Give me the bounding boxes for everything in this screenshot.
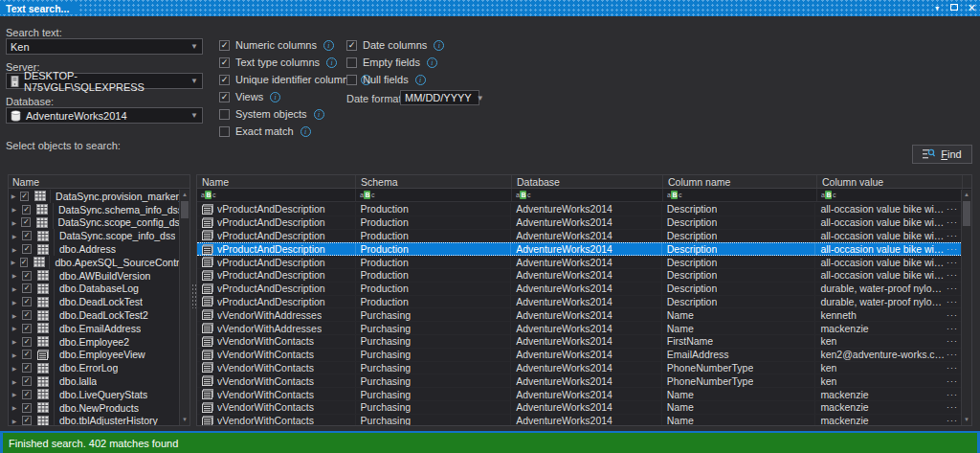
ellipsis-button[interactable]: ··· [947,392,961,397]
ellipsis-button[interactable]: ··· [947,404,961,410]
checkbox-null-fields[interactable]: Null fieldsi [346,74,444,85]
result-row[interactable]: vProductAndDescriptionProductionAdventur… [197,256,961,269]
checkbox-date-columns[interactable]: ✓Date columnsi [346,39,444,51]
result-row[interactable]: vVendorWithContactsPurchasingAdventureWo… [197,415,961,425]
info-icon[interactable]: i [323,40,334,51]
filter-abc-icon[interactable]: aBc [201,191,215,199]
tree-scrollbar[interactable]: ▲ ▼ [179,190,189,425]
checkbox-box[interactable]: ✓ [22,337,32,347]
checkbox-exact-match[interactable]: Exact matchi [219,125,371,137]
tree-item[interactable]: ▶✓dbo.ErrorLog [9,361,179,374]
chevron-down-icon[interactable]: ▼ [477,94,484,102]
checkbox-box[interactable]: ✓ [22,324,32,333]
tree-item[interactable]: ▶✓dbo.AWBuildVersion [9,269,179,283]
ellipsis-button[interactable]: ··· [947,326,961,331]
server-combo[interactable]: DESKTOP-N75VGLF\SQLEXPRESS ▼ [6,73,203,89]
info-icon[interactable]: i [314,109,324,120]
ellipsis-button[interactable]: ··· [947,233,961,238]
database-combo[interactable]: AdventureWorks2014 ▼ [6,107,203,124]
tree-item[interactable]: ▶✓dbo.DatabaseLog [9,283,179,296]
checkbox-empty-fields[interactable]: Empty fieldsi [346,57,444,68]
tree-item[interactable]: ▶✓dbo.Address [9,242,179,256]
chevron-down-icon[interactable]: ▼ [190,77,198,85]
result-row[interactable]: vVendorWithContactsPurchasingAdventureWo… [197,374,961,388]
checkbox-box[interactable]: ✓ [22,403,32,413]
grid-scrollbar[interactable]: ▲ ▼ [961,190,971,425]
expand-arrow-icon[interactable]: ▶ [9,272,20,279]
checkbox-box[interactable]: ✓ [22,205,32,215]
tree-item[interactable]: ▶✓DataSync.provision_marker_dss [9,190,179,203]
ellipsis-button[interactable]: ··· [947,260,961,265]
ellipsis-button[interactable]: ··· [947,378,961,384]
date-format-combo[interactable]: MM/DD/YYYY ▼ [400,90,479,105]
checkbox-box[interactable]: ✓ [22,350,32,359]
info-icon[interactable]: i [326,57,337,68]
ellipsis-button[interactable]: ··· [947,418,961,423]
expand-arrow-icon[interactable]: ▶ [9,219,19,226]
ellipsis-button[interactable]: ··· [947,365,961,371]
checkbox-box[interactable]: ✓ [219,92,230,102]
info-icon[interactable]: i [434,40,444,51]
result-row[interactable]: vVendorWithContactsPurchasingAdventureWo… [197,401,961,415]
expand-arrow-icon[interactable]: ▶ [9,299,20,306]
maximize-icon[interactable] [950,0,958,16]
ellipsis-button[interactable]: ··· [947,285,961,291]
tree-item[interactable]: ▶✓dbo.EmailAddress [9,322,179,335]
checkbox-box[interactable] [219,126,230,137]
info-icon[interactable]: i [427,57,437,68]
result-row[interactable]: vVendorWithContactsPurchasingAdventureWo… [197,388,961,401]
tree-item[interactable]: ▶✓dbo.DeadLockTest2 [9,308,179,322]
checkbox-box[interactable]: ✓ [22,271,32,281]
checkbox-box[interactable]: ✓ [219,75,230,85]
checkbox-box[interactable]: ✓ [21,217,31,227]
checkbox-box[interactable]: ✓ [22,390,32,399]
tree-item[interactable]: ▶✓dbo.NewProducts [9,401,179,415]
result-row[interactable]: vVendorWithAddressesPurchasingAdventureW… [197,322,961,335]
column-header-name[interactable]: Name [197,175,356,188]
expand-arrow-icon[interactable]: ▶ [9,206,20,213]
scrollbar-thumb[interactable] [181,201,189,218]
find-button[interactable]: Find [912,145,972,164]
filter-cell[interactable]: aBc [356,189,512,201]
tree-item[interactable]: ▶✓dbo.EmployeeView [9,349,179,362]
window-titlebar[interactable]: Text search... ▼ ✕ [0,0,980,16]
tree-item[interactable]: ▶✓dbo.LiveQueryStats [9,388,179,401]
result-row[interactable]: vProductAndDescriptionProductionAdventur… [197,203,961,216]
expand-arrow-icon[interactable]: ▶ [9,391,20,397]
expand-arrow-icon[interactable]: ▶ [9,233,20,239]
result-row[interactable]: vProductAndDescriptionProductionAdventur… [197,230,961,243]
expand-arrow-icon[interactable]: ▶ [9,378,20,385]
filter-abc-icon[interactable]: aBc [667,191,681,199]
result-row[interactable]: vProductAndDescriptionProductionAdventur… [197,296,961,309]
expand-arrow-icon[interactable]: ▶ [9,325,20,331]
checkbox-box[interactable]: ✓ [22,297,32,306]
window-menu-icon[interactable]: ▼ [934,0,941,16]
info-icon[interactable]: i [301,126,311,137]
filter-cell[interactable]: aBc [817,189,963,201]
result-row-selected[interactable]: vProductAndDescriptionProductionAdventur… [197,242,961,256]
column-header-column-value[interactable]: Column value [817,175,963,188]
result-row[interactable]: vVendorWithContactsPurchasingAdventureWo… [197,349,961,362]
expand-arrow-icon[interactable]: ▶ [9,259,18,265]
scroll-down-icon[interactable]: ▼ [962,415,971,425]
checkbox-box[interactable]: ✓ [219,57,230,68]
tree-item[interactable]: ▶✓dbo.tblAdjusterHistory [9,415,179,425]
ellipsis-button[interactable]: ··· [947,246,961,252]
ellipsis-button[interactable]: ··· [947,206,961,212]
tree-item[interactable]: ▶✓dbo.ApexSQL_SourceControl_D... [9,256,179,269]
expand-arrow-icon[interactable]: ▶ [9,404,20,411]
filter-cell[interactable]: aBc [197,189,356,201]
checkbox-box[interactable]: ✓ [22,376,32,386]
ellipsis-button[interactable]: ··· [947,312,961,318]
checkbox-box[interactable]: ✓ [22,231,32,240]
expand-arrow-icon[interactable]: ▶ [9,246,20,253]
tree-item[interactable]: ▶✓DataSync.schema_info_dss [9,203,179,216]
result-row[interactable]: vVendorWithContactsPurchasingAdventureWo… [197,335,961,349]
checkbox-box[interactable]: ✓ [22,363,32,373]
column-header-schema[interactable]: Schema [356,175,512,188]
checkbox-box[interactable]: ✓ [22,416,32,425]
checkbox-box[interactable] [219,109,230,120]
expand-arrow-icon[interactable]: ▶ [9,418,20,424]
checkbox-box[interactable]: ✓ [20,192,29,201]
filter-abc-icon[interactable]: aBc [516,191,530,199]
